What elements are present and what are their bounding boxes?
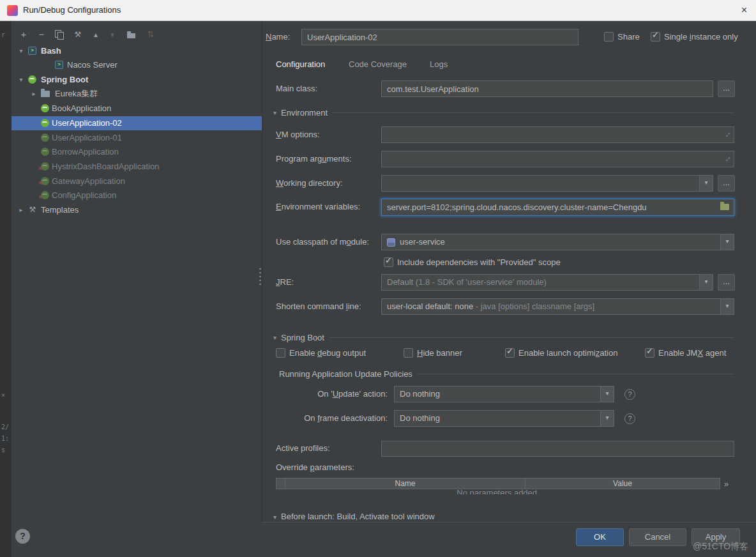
main-class-input[interactable] [381, 80, 713, 97]
chevron-down-icon[interactable]: ▾ [699, 176, 713, 191]
chevron-down-icon[interactable]: ▾ [600, 386, 614, 402]
tree-item-label: Templates [41, 203, 79, 217]
edit-defaults-wrench-icon[interactable]: ⚒ [71, 27, 85, 42]
sort-configurations-icon[interactable]: ⇅ [144, 27, 158, 42]
enable-jmx-agent-label[interactable]: Enable JMX agent [658, 347, 726, 359]
table-more-icon[interactable]: » [724, 479, 729, 489]
spring-boot-icon [41, 119, 49, 127]
clipped-text-fragment: s [1, 446, 5, 454]
main-class-browse-button[interactable]: ... [718, 80, 735, 97]
chevron-down-icon[interactable]: ▾ [699, 275, 713, 290]
chevron-down-icon[interactable]: ▾ [720, 299, 734, 314]
help-button[interactable]: ? [15, 529, 30, 544]
on-frame-deactivation-combo[interactable]: Do nothing ▾ [394, 410, 614, 427]
tree-item-label: BookApplication [52, 102, 111, 116]
provided-scope-checkbox-label[interactable]: Include dependencies with "Provided" sco… [397, 256, 561, 268]
tree-item-bash[interactable]: ▾ > Bash [11, 44, 262, 58]
move-down-icon[interactable]: ▼ [105, 27, 119, 42]
before-launch-section-header[interactable]: ▾ Before launch: Build, Activate tool wi… [273, 512, 435, 521]
configuration-form-panel: Name: Share ✓ Single instance only Confi… [262, 21, 756, 523]
tree-item-gatewayapplication[interactable]: × GatewayApplication [11, 174, 262, 188]
enable-launch-optimization-checkbox[interactable]: ✓ [505, 348, 515, 358]
tree-item-templates[interactable]: ▸ ⚒ Templates [11, 203, 262, 217]
tree-item-bookapplication[interactable]: BookApplication [11, 102, 262, 116]
classpath-module-value: user-service [400, 237, 445, 247]
on-update-action-label: On 'Update' action: [276, 386, 388, 402]
tree-item-spring-boot[interactable]: ▾ Spring Boot [11, 73, 262, 87]
tree-item-userapplication-02[interactable]: UserApplication-02 [11, 116, 262, 130]
tree-item-borrowapplication[interactable]: BorrowApplication [11, 145, 262, 159]
help-icon[interactable]: ? [624, 413, 635, 424]
chevron-down-icon[interactable]: ▾ [17, 73, 26, 87]
run-debug-configurations-dialog: Run/Debug Configurations × r × 2/ 1: s +… [0, 0, 756, 557]
enable-debug-output-label[interactable]: Enable debug output [289, 347, 366, 359]
copy-configuration-icon[interactable] [52, 27, 66, 42]
tab-code-coverage[interactable]: Code Coverage [349, 56, 407, 73]
program-arguments-label: Program arguments: [276, 151, 352, 167]
tab-logs[interactable]: Logs [430, 56, 448, 73]
check-icon: ✓ [652, 30, 659, 40]
tree-item-nacos-server[interactable]: > Nacos Server [11, 58, 262, 72]
program-arguments-input[interactable] [381, 151, 734, 167]
bash-icon: > [55, 61, 63, 69]
module-icon [387, 238, 395, 247]
chevron-down-icon[interactable]: ▾ [600, 411, 614, 426]
tree-item-userapplication-01[interactable]: UserApplication-01 [11, 131, 262, 145]
working-directory-combo[interactable]: ▾ [381, 175, 713, 192]
wrench-icon: ⚒ [28, 205, 37, 213]
vm-options-input[interactable] [381, 126, 734, 143]
chevron-right-icon[interactable]: ▸ [17, 203, 26, 217]
remove-configuration-button[interactable]: − [34, 27, 49, 42]
single-instance-checkbox-label[interactable]: Single instance only [664, 31, 738, 43]
enable-launch-optimization-label[interactable]: Enable launch optimization [518, 347, 617, 359]
tree-item-hystrixdashboardapplication[interactable]: × HystrixDashBoardApplication [11, 160, 262, 174]
tree-item-label: Bash [41, 44, 61, 58]
shorten-hint: - java [options] classname [args] [473, 301, 594, 311]
column-header-value: Value [525, 478, 720, 489]
share-checkbox-label[interactable]: Share [617, 31, 640, 43]
name-label: Name: [266, 29, 290, 45]
browse-folder-icon[interactable] [720, 204, 729, 210]
classpath-module-label: Use classpath of module: [276, 234, 369, 250]
tree-item-label: UserApplication-02 [52, 116, 122, 130]
cancel-button[interactable]: Cancel [629, 528, 686, 546]
working-directory-browse-button[interactable]: ... [718, 175, 735, 192]
ok-button[interactable]: OK [576, 528, 624, 546]
new-folder-icon[interactable] [125, 27, 139, 42]
tree-item-configapplication[interactable]: × ConfigApplication [11, 188, 262, 202]
enable-jmx-agent-checkbox[interactable]: ✓ [645, 348, 654, 358]
hide-banner-checkbox[interactable] [404, 348, 413, 358]
tree-item-eureka-cluster[interactable]: ▸ Eureka集群 [11, 87, 262, 101]
shorten-command-line-combo[interactable]: user-local default: none - java [options… [381, 298, 734, 315]
active-profiles-input[interactable] [381, 441, 734, 457]
splitter-handle[interactable] [259, 268, 261, 285]
environment-section-header[interactable]: ▾ Environment [273, 107, 734, 118]
provided-scope-checkbox[interactable]: ✓ [384, 257, 393, 267]
single-instance-checkbox[interactable]: ✓ [651, 32, 660, 42]
chevron-down-icon[interactable]: ▾ [720, 234, 734, 250]
environment-variables-input[interactable] [381, 199, 734, 216]
section-rule [332, 112, 734, 113]
column-header-name: Name [285, 478, 525, 489]
spring-boot-icon [41, 134, 49, 142]
add-configuration-button[interactable]: + [17, 27, 31, 42]
hide-banner-label[interactable]: Hide banner [417, 347, 462, 359]
close-icon[interactable]: × [741, 0, 747, 20]
tab-configuration[interactable]: Configuration [276, 56, 325, 73]
chevron-down-icon: ▾ [273, 334, 276, 341]
check-icon: ✓ [646, 346, 653, 356]
share-checkbox[interactable] [604, 32, 614, 42]
chevron-down-icon[interactable]: ▾ [17, 44, 26, 58]
chevron-right-icon[interactable]: ▸ [29, 87, 38, 101]
jre-combo[interactable]: Default (1.8 - SDK of 'user-service' mod… [381, 274, 713, 291]
on-update-action-combo[interactable]: Do nothing ▾ [394, 386, 614, 402]
jre-browse-button[interactable]: ... [718, 274, 735, 291]
apply-button[interactable]: Apply [692, 528, 740, 546]
classpath-module-combo[interactable]: user-service ▾ [381, 234, 734, 250]
spring-boot-section-header[interactable]: ▾ Spring Boot [273, 332, 734, 343]
jre-hint: (1.8 - SDK of 'user-service' module) [413, 277, 547, 287]
help-icon[interactable]: ? [624, 389, 635, 400]
enable-debug-output-checkbox[interactable] [276, 348, 285, 358]
name-input[interactable] [301, 29, 578, 45]
move-up-icon[interactable]: ▲ [89, 27, 103, 42]
